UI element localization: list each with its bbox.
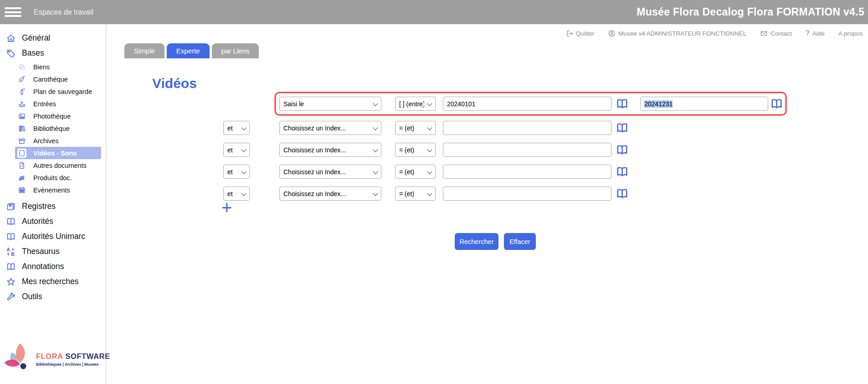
registers-icon (5, 201, 16, 212)
row3-operator-select[interactable]: = (et) (395, 143, 436, 157)
search-button[interactable]: Rechercher (455, 233, 498, 250)
workspace-label[interactable]: Espaces de travail (34, 8, 93, 16)
row3-operator-select-wrap: = (et) (395, 143, 436, 157)
quit-link[interactable]: Quitter (565, 30, 595, 37)
sidebar-item-label: Général (22, 33, 50, 43)
row4-operator-select[interactable]: = (et) (395, 165, 436, 179)
tag-icon (5, 48, 16, 59)
selected-text: 20241231 (644, 100, 673, 108)
sidebar-item-videos-sons[interactable]: Vidéos - Sons (15, 147, 101, 159)
sidebar-item-annotations[interactable]: Annotations (0, 259, 106, 274)
open-book-lookup-icon[interactable] (616, 97, 629, 110)
row4-value-input[interactable] (443, 165, 611, 179)
row5-value-input[interactable] (443, 187, 611, 201)
open-book-lookup-icon[interactable] (616, 165, 629, 178)
row1-index-select[interactable]: Saisi le (279, 97, 381, 111)
tab-experte[interactable]: Experte (167, 43, 210, 58)
row3-value-input[interactable] (443, 143, 611, 157)
sidebar-item-bases[interactable]: Bases (0, 46, 106, 61)
search-mode-tabs: Simple Experte par Liens (124, 43, 259, 58)
row4-index-select[interactable]: Choisissez un Index... (279, 165, 381, 179)
sidebar-item-label: Evènements (33, 187, 70, 194)
row1-index-select-wrap: Saisi le (279, 97, 381, 111)
sidebar-item-registres[interactable]: Registres (0, 199, 106, 214)
books-icon (17, 124, 26, 133)
help-link[interactable]: ? Aide (806, 29, 825, 37)
row1-operator-select[interactable]: [ ] (entre) (395, 97, 436, 111)
open-book-lookup-icon[interactable] (616, 187, 629, 200)
user-toolbar: Quitter Musée v4 ADMINISTRATEUR FONCTION… (565, 29, 863, 37)
sidebar-item-phototheque[interactable]: Photothèque (15, 110, 101, 122)
row3-bool-select[interactable]: et (223, 143, 250, 157)
sidebar-item-entrees[interactable]: Entrées (15, 98, 101, 110)
sidebar-item-thesaurus[interactable]: Thesaurus (0, 244, 106, 259)
sidebar-item-label: Carothèque (33, 76, 68, 83)
sidebar-item-plan-de-sauvegarde[interactable]: Plan de sauvegarde (15, 85, 101, 98)
row5-operator-select[interactable]: = (et) (395, 187, 436, 201)
user-icon (608, 30, 616, 37)
sidebar-item-general[interactable]: Général (0, 31, 106, 46)
open-book-lookup-icon[interactable] (616, 143, 629, 156)
add-criteria-button[interactable]: + (221, 198, 232, 217)
thesaurus-icon (5, 246, 16, 257)
row1-operator-select-wrap: [ ] (entre) (395, 97, 436, 111)
fire-extinguisher-icon (17, 87, 26, 96)
sidebar-item-label: Archives (33, 137, 59, 145)
row4-bool-select-wrap: et (223, 165, 250, 179)
contact-link[interactable]: Contact (760, 30, 792, 37)
sidebar-item-label: Outils (22, 292, 42, 301)
photo-icon (17, 112, 26, 121)
hamburger-menu-icon[interactable] (5, 5, 21, 19)
sidebar-item-label: Autorités Unimarc (22, 232, 85, 241)
row4-bool-select[interactable]: et (223, 165, 250, 179)
current-user[interactable]: Musée v4 ADMINISTRATEUR FONCTIONNEL (608, 30, 746, 37)
sidebar-item-outils[interactable]: Outils (0, 289, 106, 304)
row2-index-select[interactable]: Choisissez un Index... (279, 121, 381, 135)
wrench-icon (5, 291, 16, 302)
tab-simple[interactable]: Simple (124, 43, 164, 58)
sidebar-item-bibliotheque[interactable]: Bibliothèque (15, 122, 101, 135)
sidebar-item-carotheque[interactable]: Carothèque (15, 73, 101, 85)
sidebar-item-label: Biens (33, 63, 50, 71)
inbox-arrow-icon (17, 99, 26, 109)
sidebar-item-autres-documents[interactable]: Autres documents (15, 159, 101, 171)
row3-index-select[interactable]: Choisissez un Index... (279, 143, 381, 157)
open-book-lookup-icon[interactable] (770, 97, 783, 110)
sidebar-item-mes-recherches[interactable]: Mes recherches (0, 274, 106, 289)
sidebar-item-produits-doc[interactable]: Produits doc. (15, 171, 101, 184)
flora-software-logo: FLORA SOFTWARE Bibliothèques | Archives … (3, 342, 110, 376)
row2-value-input[interactable] (443, 121, 611, 135)
logo-tagline: Bibliothèques | Archives | Musées (36, 362, 110, 367)
star-icon (5, 276, 16, 287)
open-book-icon (5, 231, 16, 242)
video-file-icon (17, 149, 26, 158)
row2-bool-select[interactable]: et (223, 121, 250, 135)
question-mark-icon: ? (806, 29, 810, 37)
sidebar-item-label: Photothèque (33, 113, 71, 120)
row1-value2-input[interactable]: 20241231 (640, 97, 768, 111)
sidebar-item-autorites[interactable]: Autorités (0, 214, 106, 229)
open-book-lookup-icon[interactable] (616, 121, 629, 135)
chess-knight-icon: ♘ (17, 62, 26, 72)
row1-value1-input[interactable] (443, 97, 611, 111)
row5-index-select[interactable]: Choisissez un Index... (279, 187, 381, 201)
row5-operator-select-wrap: = (et) (395, 187, 436, 201)
sidebar-item-archives[interactable]: Archives (15, 135, 101, 147)
sidebar-item-label: Vidéos - Sons (33, 150, 77, 157)
home-icon (5, 33, 16, 44)
open-book-icon (5, 261, 16, 272)
clear-button[interactable]: Effacer (504, 233, 536, 250)
sidebar-item-biens[interactable]: ♘ Biens (15, 61, 101, 73)
sidebar-item-autorites-unimarc[interactable]: Autorités Unimarc (0, 229, 106, 244)
sidebar-item-label: Mes recherches (22, 277, 79, 286)
page-title: Vidéos (152, 76, 197, 91)
row2-operator-select[interactable]: = (et) (395, 121, 436, 135)
sidebar-item-evenements[interactable]: Evènements (15, 184, 101, 196)
sidebar-item-label: Registres (22, 202, 56, 211)
row3-index-select-wrap: Choisissez un Index... (279, 143, 381, 157)
mail-icon (760, 30, 768, 37)
about-link[interactable]: A propos (838, 30, 863, 37)
row2-bool-select-wrap: et (223, 121, 250, 135)
sidebar-item-label: Autres documents (33, 162, 87, 169)
tab-par-liens[interactable]: par Liens (212, 43, 259, 58)
